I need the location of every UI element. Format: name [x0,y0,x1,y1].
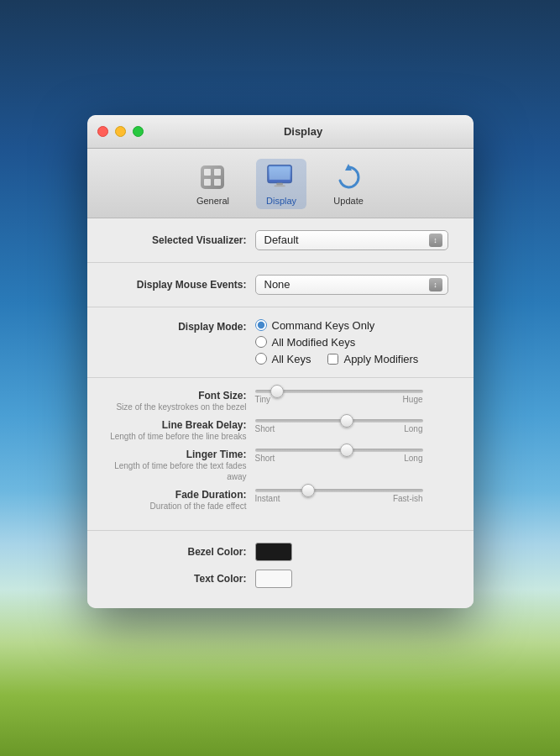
bezel-color-row: Bezel Color: [104,543,457,561]
font-size-control: Tiny Huge [255,390,457,404]
svg-rect-7 [276,182,283,185]
font-size-min: Tiny [255,395,271,404]
svg-rect-4 [214,179,221,186]
visualizer-row: Selected Visualizer: Default ↕ [104,230,457,250]
font-size-track [255,390,457,393]
fade-duration-sublabel: Duration of the fade effect [104,501,247,512]
toolbar: General Display [87,149,474,218]
visualizer-select[interactable]: Default ↕ [255,230,448,250]
line-break-min: Short [255,424,275,433]
radio-all-modified-input[interactable] [255,336,267,348]
radio-inline-row: All Keys Apply Modifiers [255,353,419,365]
radio-all-keys-label: All Keys [272,353,311,365]
font-size-slider[interactable] [255,390,423,393]
line-break-row: Line Break Delay: Length of time before … [104,419,457,442]
radio-command-keys-label: Command Keys Only [272,319,375,332]
linger-time-min: Short [255,454,275,463]
svg-rect-6 [270,166,290,179]
font-size-max: Huge [403,395,423,404]
bezel-color-label: Bezel Color: [104,546,255,558]
line-break-control: Short Long [255,419,457,433]
maximize-button[interactable] [133,126,144,137]
tab-display[interactable]: Display [256,159,306,209]
main-window: Display Genera [87,115,474,608]
line-break-slider[interactable] [255,419,423,423]
content-area: Selected Visualizer: Default ↕ Display M… [87,218,474,608]
linger-time-slider[interactable] [255,449,423,452]
minimize-button[interactable] [115,126,126,137]
fade-duration-label: Fade Duration: [104,489,247,501]
visualizer-label: Selected Visualizer: [104,234,255,246]
font-size-row: Font Size: Size of the keystrokes on the… [104,390,457,412]
tab-general[interactable]: General [186,159,239,209]
linger-time-control: Short Long [255,449,457,463]
visualizer-arrow-icon: ↕ [429,234,442,247]
traffic-lights [97,126,144,137]
update-label: Update [333,196,363,206]
line-break-label: Line Break Delay: [104,419,247,431]
display-label: Display [266,196,296,206]
general-icon [197,162,228,192]
svg-rect-2 [204,179,211,186]
visualizer-value: Default [264,234,299,246]
update-icon [333,162,364,192]
radio-all-modified-label: All Modified Keys [272,336,356,349]
general-label: General [196,196,229,206]
line-break-label-col: Line Break Delay: Length of time before … [104,419,255,442]
mouse-events-row: Display Mouse Events: None ↕ [104,275,457,295]
display-mode-label: Display Mode: [104,319,255,333]
fade-duration-control: Instant Fast-ish [255,489,457,503]
text-color-swatch[interactable] [255,570,292,588]
linger-time-sublabel: Length of time before the text fades awa… [104,460,247,482]
fade-duration-min: Instant [255,494,280,503]
svg-rect-3 [214,169,221,176]
bezel-color-swatch[interactable] [255,543,292,561]
linger-time-track [255,449,457,452]
visualizer-section: Selected Visualizer: Default ↕ [87,218,474,263]
display-mode-section: Display Mode: Command Keys Only All Modi… [87,307,474,378]
linger-time-max: Long [404,454,422,463]
radio-apply-modifiers-label: Apply Modifiers [343,353,418,365]
svg-rect-8 [275,185,285,186]
radio-all-keys: All Keys [255,353,311,365]
radio-command-keys-input[interactable] [255,319,267,331]
radio-apply-modifiers: Apply Modifiers [327,353,418,365]
visualizer-control: Default ↕ [255,230,457,250]
radio-all-modified: All Modified Keys [255,336,419,349]
fade-duration-label-col: Fade Duration: Duration of the fade effe… [104,489,255,512]
title-bar: Display [87,115,474,149]
font-size-label-col: Font Size: Size of the keystrokes on the… [104,390,255,412]
fade-duration-track [255,489,457,492]
tab-update[interactable]: Update [323,159,374,209]
text-color-label: Text Color: [104,573,255,585]
display-mode-row: Display Mode: Command Keys Only All Modi… [104,319,457,365]
mouse-events-label: Display Mouse Events: [104,279,255,291]
radio-command-keys: Command Keys Only [255,319,419,332]
svg-rect-0 [201,165,224,189]
checkbox-apply-modifiers-input[interactable] [327,354,338,365]
fade-duration-row: Fade Duration: Duration of the fade effe… [104,489,457,512]
mouse-events-select[interactable]: None ↕ [255,275,448,295]
sliders-section: Font Size: Size of the keystrokes on the… [87,378,474,531]
colors-section: Bezel Color: Text Color: [87,531,474,608]
mouse-events-section: Display Mouse Events: None ↕ [87,263,474,307]
linger-time-label-col: Linger Time: Length of time before the t… [104,449,255,482]
fade-duration-slider[interactable] [255,489,423,492]
mouse-events-value: None [264,278,290,291]
window-title: Display [144,125,463,138]
linger-time-label: Linger Time: [104,449,247,460]
radio-all-keys-input[interactable] [255,353,267,365]
font-size-label: Font Size: [104,390,247,402]
mouse-events-arrow-icon: ↕ [429,278,442,291]
close-button[interactable] [97,126,108,137]
line-break-sublabel: Length of time before the line breaks [104,431,247,442]
text-color-row: Text Color: [104,570,457,588]
display-icon [266,162,296,192]
radio-options: Command Keys Only All Modified Keys All … [255,319,419,365]
linger-time-row: Linger Time: Length of time before the t… [104,449,457,482]
mouse-events-control: None ↕ [255,275,457,295]
line-break-max: Long [404,424,422,433]
font-size-sublabel: Size of the keystrokes on the bezel [104,402,247,412]
svg-rect-1 [204,169,211,176]
fade-duration-max: Fast-ish [393,494,423,503]
